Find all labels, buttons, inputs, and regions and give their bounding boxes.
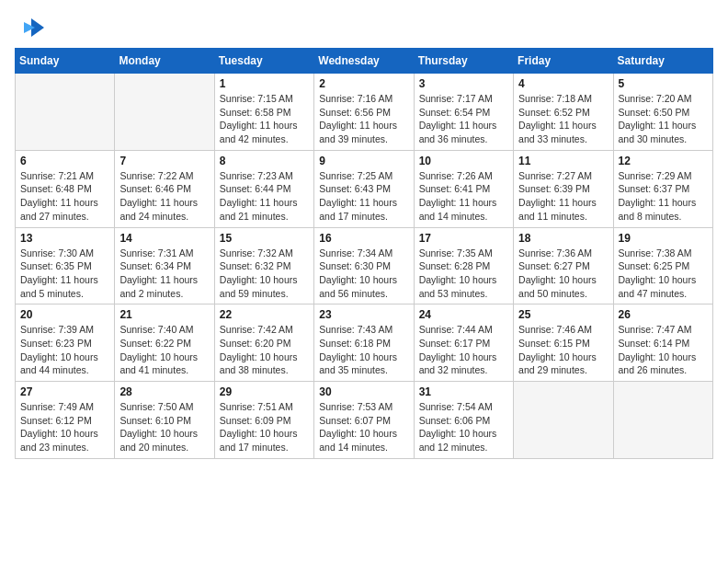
calendar-cell: 27Sunrise: 7:49 AM Sunset: 6:12 PM Dayli… [16, 382, 115, 459]
day-info: Sunrise: 7:31 AM Sunset: 6:34 PM Dayligh… [119, 247, 209, 301]
calendar-cell: 31Sunrise: 7:54 AM Sunset: 6:06 PM Dayli… [414, 382, 513, 459]
calendar-cell: 18Sunrise: 7:36 AM Sunset: 6:27 PM Dayli… [514, 227, 613, 304]
day-number: 17 [419, 232, 508, 245]
calendar-cell: 5Sunrise: 7:20 AM Sunset: 6:50 PM Daylig… [613, 74, 712, 151]
calendar-cell: 20Sunrise: 7:39 AM Sunset: 6:23 PM Dayli… [16, 304, 115, 382]
calendar-cell: 22Sunrise: 7:42 AM Sunset: 6:20 PM Dayli… [214, 304, 313, 382]
day-number: 9 [319, 155, 408, 167]
day-number: 27 [20, 385, 109, 398]
calendar-day-header: Saturday [613, 49, 712, 74]
day-info: Sunrise: 7:30 AM Sunset: 6:35 PM Dayligh… [20, 247, 109, 301]
day-number: 16 [319, 232, 408, 245]
calendar-cell: 6Sunrise: 7:21 AM Sunset: 6:48 PM Daylig… [16, 150, 115, 227]
day-info: Sunrise: 7:44 AM Sunset: 6:17 PM Dayligh… [419, 323, 508, 377]
day-number: 20 [20, 308, 109, 321]
calendar-cell: 16Sunrise: 7:34 AM Sunset: 6:30 PM Dayli… [314, 227, 414, 304]
calendar-cell: 7Sunrise: 7:22 AM Sunset: 6:46 PM Daylig… [115, 150, 214, 227]
calendar-cell: 21Sunrise: 7:40 AM Sunset: 6:22 PM Dayli… [115, 304, 214, 382]
day-info: Sunrise: 7:43 AM Sunset: 6:18 PM Dayligh… [319, 323, 408, 377]
calendar-cell [115, 74, 214, 151]
calendar-cell: 25Sunrise: 7:46 AM Sunset: 6:15 PM Dayli… [514, 304, 613, 382]
day-info: Sunrise: 7:34 AM Sunset: 6:30 PM Dayligh… [319, 247, 408, 301]
calendar-cell: 8Sunrise: 7:23 AM Sunset: 6:44 PM Daylig… [214, 150, 313, 227]
day-number: 10 [419, 155, 508, 167]
day-info: Sunrise: 7:27 AM Sunset: 6:39 PM Dayligh… [518, 169, 608, 224]
calendar-cell [16, 74, 115, 151]
day-number: 2 [319, 77, 408, 90]
day-number: 25 [518, 308, 608, 321]
day-number: 21 [119, 308, 209, 321]
calendar-cell: 29Sunrise: 7:51 AM Sunset: 6:09 PM Dayli… [214, 382, 313, 459]
calendar-day-header: Monday [115, 49, 214, 74]
day-info: Sunrise: 7:26 AM Sunset: 6:41 PM Dayligh… [419, 169, 508, 224]
calendar-cell [514, 382, 613, 459]
calendar-cell: 11Sunrise: 7:27 AM Sunset: 6:39 PM Dayli… [514, 150, 613, 227]
calendar-cell: 1Sunrise: 7:15 AM Sunset: 6:58 PM Daylig… [214, 74, 313, 151]
calendar-week-row: 6Sunrise: 7:21 AM Sunset: 6:48 PM Daylig… [16, 150, 713, 227]
day-number: 22 [220, 308, 309, 321]
calendar-cell: 2Sunrise: 7:16 AM Sunset: 6:56 PM Daylig… [314, 74, 414, 151]
calendar-cell: 12Sunrise: 7:29 AM Sunset: 6:37 PM Dayli… [613, 150, 712, 227]
day-info: Sunrise: 7:49 AM Sunset: 6:12 PM Dayligh… [20, 400, 109, 454]
day-number: 7 [119, 155, 209, 167]
calendar-cell: 28Sunrise: 7:50 AM Sunset: 6:10 PM Dayli… [115, 382, 214, 459]
calendar-cell: 24Sunrise: 7:44 AM Sunset: 6:17 PM Dayli… [414, 304, 513, 382]
day-info: Sunrise: 7:23 AM Sunset: 6:44 PM Dayligh… [220, 169, 309, 224]
day-number: 3 [419, 77, 508, 90]
day-number: 11 [518, 155, 608, 167]
calendar-day-header: Friday [514, 49, 613, 74]
day-info: Sunrise: 7:20 AM Sunset: 6:50 PM Dayligh… [619, 92, 708, 146]
logo [15, 15, 46, 40]
day-number: 1 [220, 77, 309, 90]
day-number: 24 [419, 308, 508, 321]
day-info: Sunrise: 7:17 AM Sunset: 6:54 PM Dayligh… [419, 92, 508, 146]
calendar-week-row: 13Sunrise: 7:30 AM Sunset: 6:35 PM Dayli… [16, 227, 713, 304]
day-info: Sunrise: 7:42 AM Sunset: 6:20 PM Dayligh… [220, 323, 309, 377]
day-number: 29 [220, 385, 309, 398]
day-info: Sunrise: 7:47 AM Sunset: 6:14 PM Dayligh… [619, 323, 708, 377]
calendar-day-header: Sunday [16, 49, 115, 74]
calendar-cell: 23Sunrise: 7:43 AM Sunset: 6:18 PM Dayli… [314, 304, 414, 382]
calendar-cell: 26Sunrise: 7:47 AM Sunset: 6:14 PM Dayli… [613, 304, 712, 382]
calendar-cell: 13Sunrise: 7:30 AM Sunset: 6:35 PM Dayli… [16, 227, 115, 304]
day-number: 28 [119, 385, 209, 398]
day-info: Sunrise: 7:15 AM Sunset: 6:58 PM Dayligh… [220, 92, 309, 146]
calendar-cell: 3Sunrise: 7:17 AM Sunset: 6:54 PM Daylig… [414, 74, 513, 151]
day-info: Sunrise: 7:16 AM Sunset: 6:56 PM Dayligh… [319, 92, 408, 146]
day-info: Sunrise: 7:40 AM Sunset: 6:22 PM Dayligh… [119, 323, 209, 377]
calendar-cell: 15Sunrise: 7:32 AM Sunset: 6:32 PM Dayli… [214, 227, 313, 304]
calendar-table: SundayMondayTuesdayWednesdayThursdayFrid… [15, 48, 713, 459]
day-number: 19 [619, 232, 708, 245]
calendar-cell: 14Sunrise: 7:31 AM Sunset: 6:34 PM Dayli… [115, 227, 214, 304]
day-number: 26 [619, 308, 708, 321]
day-info: Sunrise: 7:50 AM Sunset: 6:10 PM Dayligh… [119, 400, 209, 454]
day-info: Sunrise: 7:35 AM Sunset: 6:28 PM Dayligh… [419, 247, 508, 301]
calendar-header-row: SundayMondayTuesdayWednesdayThursdayFrid… [16, 49, 713, 74]
day-info: Sunrise: 7:29 AM Sunset: 6:37 PM Dayligh… [619, 169, 708, 224]
calendar-week-row: 27Sunrise: 7:49 AM Sunset: 6:12 PM Dayli… [16, 382, 713, 459]
day-number: 31 [419, 385, 508, 398]
day-info: Sunrise: 7:21 AM Sunset: 6:48 PM Dayligh… [20, 169, 109, 224]
calendar-week-row: 20Sunrise: 7:39 AM Sunset: 6:23 PM Dayli… [16, 304, 713, 382]
calendar-cell: 9Sunrise: 7:25 AM Sunset: 6:43 PM Daylig… [314, 150, 414, 227]
calendar-cell [613, 382, 712, 459]
calendar-day-header: Thursday [414, 49, 513, 74]
day-info: Sunrise: 7:54 AM Sunset: 6:06 PM Dayligh… [419, 400, 508, 454]
day-info: Sunrise: 7:18 AM Sunset: 6:52 PM Dayligh… [518, 92, 608, 146]
day-info: Sunrise: 7:46 AM Sunset: 6:15 PM Dayligh… [518, 323, 608, 377]
day-info: Sunrise: 7:39 AM Sunset: 6:23 PM Dayligh… [20, 323, 109, 377]
calendar-cell: 19Sunrise: 7:38 AM Sunset: 6:25 PM Dayli… [613, 227, 712, 304]
day-info: Sunrise: 7:22 AM Sunset: 6:46 PM Dayligh… [119, 169, 209, 224]
calendar-cell: 30Sunrise: 7:53 AM Sunset: 6:07 PM Dayli… [314, 382, 414, 459]
day-number: 4 [518, 77, 608, 90]
day-number: 6 [20, 155, 109, 167]
calendar-cell: 10Sunrise: 7:26 AM Sunset: 6:41 PM Dayli… [414, 150, 513, 227]
calendar-cell: 17Sunrise: 7:35 AM Sunset: 6:28 PM Dayli… [414, 227, 513, 304]
day-info: Sunrise: 7:25 AM Sunset: 6:43 PM Dayligh… [319, 169, 408, 224]
logo-icon [15, 15, 44, 40]
day-info: Sunrise: 7:51 AM Sunset: 6:09 PM Dayligh… [220, 400, 309, 454]
day-number: 23 [319, 308, 408, 321]
day-info: Sunrise: 7:32 AM Sunset: 6:32 PM Dayligh… [220, 247, 309, 301]
day-number: 13 [20, 232, 109, 245]
day-number: 8 [220, 155, 309, 167]
